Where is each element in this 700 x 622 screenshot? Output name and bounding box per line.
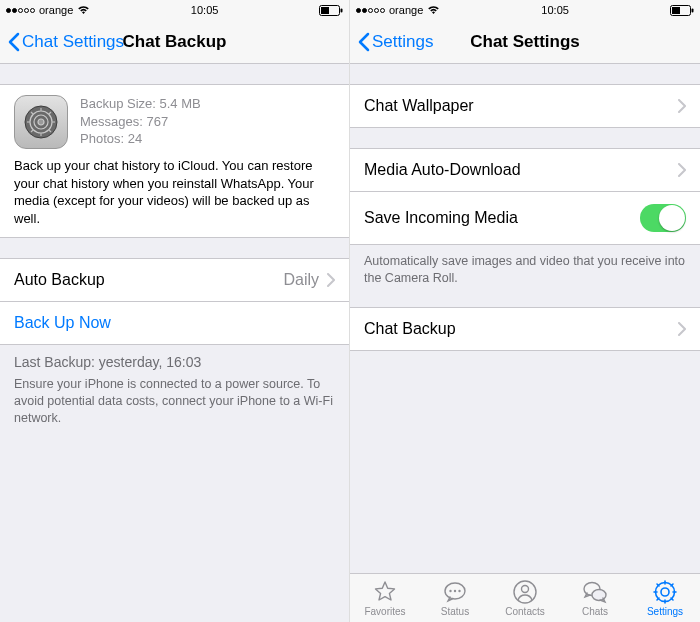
status-icon [442, 579, 468, 605]
tab-status[interactable]: Status [420, 579, 490, 617]
chevron-left-icon [8, 32, 20, 52]
back-button[interactable]: Chat Settings [8, 32, 124, 52]
page-title: Chat Settings [470, 32, 580, 52]
content: Chat Wallpaper Media Auto-Download [350, 64, 700, 573]
chat-backup-label: Chat Backup [364, 320, 456, 338]
carrier-label: orange [39, 4, 73, 16]
chat-backup-cell[interactable]: Chat Backup [350, 308, 700, 350]
chevron-right-icon [678, 163, 686, 177]
clock-label: 10:05 [541, 4, 569, 16]
svg-rect-2 [340, 8, 342, 12]
status-left: orange [356, 4, 440, 16]
svg-point-6 [38, 119, 44, 125]
nav-bar: Chat Settings Chat Backup [0, 20, 349, 64]
page-title: Chat Backup [123, 32, 227, 52]
status-bar: orange 10:05 [0, 0, 349, 20]
backup-meta: Backup Size: 5.4 MB Messages: 767 Photos… [80, 95, 201, 149]
backup-now-label: Back Up Now [14, 314, 111, 332]
auto-backup-value: Daily [283, 271, 319, 289]
status-right [670, 5, 694, 16]
back-button[interactable]: Settings [358, 32, 433, 52]
save-incoming-media-cell: Save Incoming Media [350, 192, 700, 244]
svg-point-21 [458, 590, 460, 592]
screen-chat-backup: orange 10:05 Chat Settings Chat Backup [0, 0, 350, 622]
chat-wallpaper-cell[interactable]: Chat Wallpaper [350, 85, 700, 127]
svg-rect-16 [672, 7, 680, 14]
content: Backup Size: 5.4 MB Messages: 767 Photos… [0, 64, 349, 622]
last-backup-footer: Last Backup: yesterday, 16:03 Ensure you… [0, 345, 349, 433]
clock-label: 10:05 [191, 4, 219, 16]
backup-now-button[interactable]: Back Up Now [0, 302, 349, 344]
tab-label: Chats [582, 606, 608, 617]
tab-settings[interactable]: Settings [630, 579, 700, 617]
chevron-right-icon [678, 322, 686, 336]
svg-point-26 [661, 588, 669, 596]
back-label: Chat Settings [22, 32, 124, 52]
contacts-icon [512, 579, 538, 605]
star-icon [372, 579, 398, 605]
media-auto-download-label: Media Auto-Download [364, 161, 521, 179]
tab-label: Favorites [364, 606, 405, 617]
wifi-icon [427, 5, 440, 15]
svg-point-19 [449, 590, 451, 592]
status-right [319, 5, 343, 16]
chats-icon [582, 579, 608, 605]
backup-size: Backup Size: 5.4 MB [80, 95, 201, 113]
save-incoming-footer: Automatically save images and video that… [350, 245, 700, 293]
tab-chats[interactable]: Chats [560, 579, 630, 617]
signal-dots-icon [356, 8, 385, 13]
svg-rect-17 [691, 8, 693, 12]
backup-desc: Back up your chat history to iCloud. You… [14, 157, 335, 227]
chevron-right-icon [327, 273, 335, 287]
chevron-right-icon [678, 99, 686, 113]
settings-app-icon [14, 95, 68, 149]
auto-backup-label: Auto Backup [14, 271, 105, 289]
tab-label: Settings [647, 606, 683, 617]
last-backup-title: Last Backup: yesterday, 16:03 [14, 353, 335, 372]
status-left: orange [6, 4, 90, 16]
tab-contacts[interactable]: Contacts [490, 579, 560, 617]
gear-icon [652, 579, 678, 605]
tab-favorites[interactable]: Favorites [350, 579, 420, 617]
svg-point-20 [454, 590, 456, 592]
back-label: Settings [372, 32, 433, 52]
svg-point-27 [656, 583, 675, 602]
media-auto-download-cell[interactable]: Media Auto-Download [350, 149, 700, 192]
backup-photos: Photos: 24 [80, 130, 201, 148]
chat-wallpaper-label: Chat Wallpaper [364, 97, 474, 115]
screen-chat-settings: orange 10:05 Settings Chat Settings Chat… [350, 0, 700, 622]
auto-backup-cell[interactable]: Auto Backup Daily [0, 259, 349, 302]
status-bar: orange 10:05 [350, 0, 700, 20]
carrier-label: orange [389, 4, 423, 16]
backup-messages: Messages: 767 [80, 113, 201, 131]
signal-dots-icon [6, 8, 35, 13]
tab-label: Contacts [505, 606, 544, 617]
save-incoming-media-toggle[interactable] [640, 204, 686, 232]
nav-bar: Settings Chat Settings [350, 20, 700, 64]
last-backup-body: Ensure your iPhone is connected to a pow… [14, 376, 335, 427]
backup-info-block: Backup Size: 5.4 MB Messages: 767 Photos… [0, 84, 349, 238]
svg-point-23 [522, 586, 529, 593]
battery-icon [670, 5, 694, 16]
svg-rect-1 [321, 7, 329, 14]
save-incoming-media-label: Save Incoming Media [364, 209, 518, 227]
tab-label: Status [441, 606, 469, 617]
battery-icon [319, 5, 343, 16]
chevron-left-icon [358, 32, 370, 52]
tab-bar: Favorites Status Contacts Chats Settings [350, 573, 700, 622]
wifi-icon [77, 5, 90, 15]
